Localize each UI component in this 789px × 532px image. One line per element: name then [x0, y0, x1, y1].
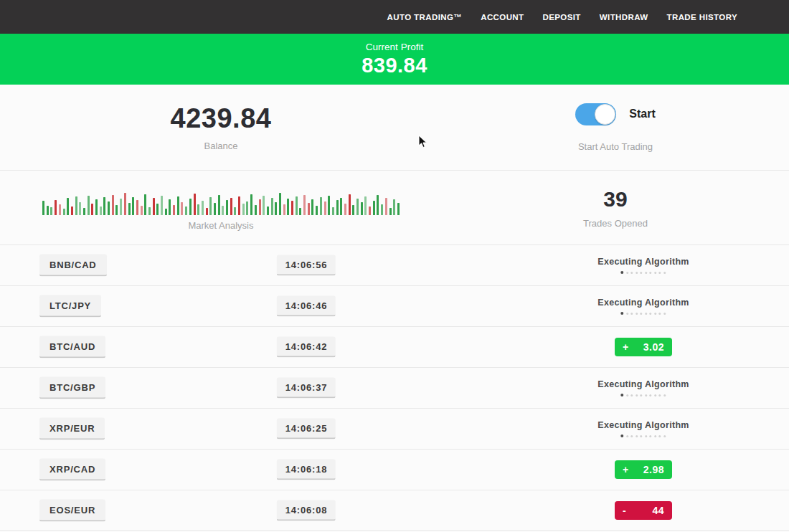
chart-bar-red	[344, 204, 346, 215]
pair-badge: BNB/CAD	[39, 255, 107, 277]
chart-bar-green	[287, 199, 289, 215]
chart-bar-green	[47, 206, 49, 215]
chart-bar-green	[226, 200, 228, 215]
loader-dot	[621, 271, 624, 274]
trade-row: BTC/AUD 14:06:42 +3.02	[0, 326, 789, 367]
loader-dot	[626, 435, 628, 437]
profit-badge: +2.98	[615, 460, 672, 479]
chart-bar-red	[349, 194, 351, 215]
pair-badge: BTC/GBP	[39, 377, 105, 399]
market-analysis-label: Market Analysis	[188, 220, 253, 231]
loader-dot	[626, 313, 628, 315]
loader-dot	[636, 272, 638, 274]
loader-dot	[659, 435, 661, 437]
loader-dot	[654, 394, 656, 396]
loader-dot	[631, 394, 633, 396]
chart-bar-green	[218, 195, 220, 215]
chart-bar-green	[209, 197, 212, 215]
chart-bar-red	[324, 201, 326, 215]
loader-dot	[663, 394, 666, 396]
chart-bar-green	[222, 206, 224, 215]
chart-bar-green	[115, 205, 118, 215]
chart-bar-green	[242, 204, 245, 215]
loader-dot	[621, 394, 624, 396]
chart-bar-red	[55, 200, 57, 215]
nav-item-auto-trading[interactable]: AUTO TRADING™	[387, 13, 463, 22]
balance-value: 4239.84	[171, 103, 272, 134]
trades-opened-label: Trades Opened	[583, 218, 648, 229]
chart-bar-red	[230, 198, 232, 215]
chart-bar-green	[42, 201, 44, 215]
nav-item-deposit[interactable]: DEPOSIT	[543, 13, 581, 22]
executing-algorithm-label: Executing Algorithm	[597, 257, 689, 267]
executing-algorithm-label: Executing Algorithm	[597, 420, 689, 430]
chart-bar-red	[153, 198, 155, 215]
market-analysis-block: Market Analysis	[0, 171, 442, 244]
pair-badge: XRP/CAD	[39, 459, 105, 481]
chart-bar-red	[181, 202, 183, 215]
chart-bar-green	[214, 203, 216, 215]
loader-dot	[621, 312, 624, 315]
result-sign: +	[623, 341, 629, 353]
chart-bar-green	[361, 202, 363, 215]
chart-bar-green	[103, 197, 105, 215]
loader-dot	[650, 435, 652, 437]
chart-bar-green	[263, 196, 265, 215]
summary-top: 4239.84 Balance Start Start Auto Trading	[0, 85, 789, 170]
chart-bar-green	[197, 204, 199, 215]
nav-item-account[interactable]: ACCOUNT	[481, 13, 524, 22]
loader-dot	[659, 394, 661, 396]
toggle-sublabel: Start Auto Trading	[578, 141, 653, 152]
chart-bar-green	[296, 196, 298, 215]
chart-bar-green	[189, 199, 192, 215]
pair-badge: BTC/AUD	[39, 336, 105, 358]
chart-bar-green	[393, 199, 395, 215]
chart-bar-green	[128, 203, 131, 215]
loader-dot	[645, 435, 647, 437]
chart-bar-red	[283, 204, 285, 215]
chart-bar-green	[165, 209, 167, 215]
status-cell: +2.98	[615, 460, 672, 479]
nav-item-trade-history[interactable]: TRADE HISTORY	[667, 13, 738, 22]
profit-badge: +3.02	[615, 338, 672, 356]
chart-bar-green	[364, 196, 367, 215]
chart-bar-green	[340, 198, 342, 215]
nav-item-withdraw[interactable]: WITHDRAW	[600, 13, 648, 22]
result-value: 44	[652, 505, 664, 516]
loader-dot	[654, 272, 656, 274]
chart-bar-red	[206, 208, 208, 215]
chart-bar-green	[275, 202, 277, 215]
chart-bar-red	[173, 205, 175, 215]
chart-bar-green	[356, 199, 359, 215]
chart-bar-red	[136, 200, 138, 215]
chart-bar-red	[259, 199, 261, 215]
loader-dot	[631, 272, 633, 274]
time-badge: 14:06:46	[277, 296, 336, 317]
chart-bar-red	[194, 194, 196, 215]
loss-badge: -44	[615, 501, 672, 520]
loader-dot	[659, 272, 661, 274]
chart-bar-green	[63, 209, 65, 215]
progress-dots-loader	[621, 434, 666, 437]
chart-bar-green	[148, 207, 151, 215]
chart-bar-green	[336, 200, 339, 215]
balance-label: Balance	[204, 141, 238, 151]
loader-dot	[621, 434, 624, 437]
chart-bar-green	[132, 197, 134, 215]
executing-algorithm-label: Executing Algorithm	[597, 379, 689, 389]
chart-bar-green	[279, 193, 281, 215]
auto-trading-toggle[interactable]	[575, 103, 616, 125]
chart-bar-green	[83, 208, 85, 215]
chart-bar-green	[185, 206, 187, 215]
chart-bar-green	[352, 205, 354, 215]
loader-dot	[626, 394, 628, 396]
chart-bar-green	[79, 202, 81, 215]
toggle-label: Start	[629, 108, 655, 120]
chart-bar-green	[328, 196, 330, 215]
chart-bar-green	[161, 196, 163, 215]
time-badge: 14:06:56	[277, 255, 336, 276]
profit-banner-label: Current Profit	[366, 42, 423, 52]
progress-dots-loader	[621, 312, 666, 315]
chart-bar-green	[389, 208, 392, 215]
result-value: 3.02	[643, 341, 664, 353]
